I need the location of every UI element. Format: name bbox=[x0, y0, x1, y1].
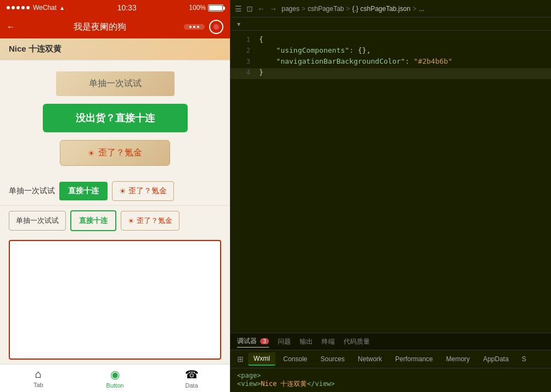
tab-item-button[interactable]: ◉ Button bbox=[77, 368, 154, 389]
tab-item-tab[interactable]: ⌂ Tab bbox=[0, 368, 77, 389]
breadcrumb-json-file: {.} cshPageTab.json bbox=[352, 5, 411, 13]
carrier-label: WeChat bbox=[33, 4, 57, 12]
devtools-tab-sources[interactable]: Sources bbox=[315, 353, 350, 365]
inline-gale-label-2: 歪了？氪金 bbox=[137, 216, 172, 226]
line-num-4: 4 bbox=[235, 68, 250, 76]
breadcrumb-sep3: > bbox=[413, 5, 417, 13]
inline-gale-button-1[interactable]: ☀ 歪了？氪金 bbox=[112, 181, 174, 201]
phone-tabbar: ⌂ Tab ◉ Button ☎ Data bbox=[0, 364, 230, 392]
code-content-4: } bbox=[259, 68, 263, 76]
inline-ten-button-1[interactable]: 直接十连 bbox=[59, 182, 108, 200]
hamburger-icon[interactable]: ☰ bbox=[235, 4, 242, 13]
code-content-2: "usingComponents": {}, bbox=[259, 46, 371, 54]
bookmark-icon[interactable]: ⊡ bbox=[246, 4, 253, 13]
navbar-more-button[interactable] bbox=[184, 24, 205, 30]
devtools-tab-appdata[interactable]: AppData bbox=[477, 353, 514, 365]
code-editor[interactable]: 1 { 2 "usingComponents": {}, 3 "navigati… bbox=[230, 31, 551, 333]
tab-item-data[interactable]: ☎ Data bbox=[153, 368, 230, 389]
devtools-sidebar-icon[interactable]: ⊞ bbox=[235, 352, 246, 366]
code-content-1: { bbox=[259, 35, 263, 43]
navbar-title: 我是夜阑的狗 bbox=[15, 21, 184, 33]
phone-statusbar: WeChat ▲ 10:33 100% bbox=[0, 0, 230, 15]
tab-button-label: Button bbox=[106, 382, 124, 389]
code-line-2: 2 "usingComponents": {}, bbox=[230, 46, 551, 57]
dom-view-close: </view> bbox=[307, 380, 335, 388]
ten-draw-button[interactable]: 没出货？直接十连 bbox=[43, 104, 188, 132]
breadcrumb-sep2: > bbox=[346, 5, 350, 13]
bottom-tab-issues[interactable]: 问题 bbox=[278, 336, 291, 348]
code-line-4: 4 } bbox=[230, 68, 551, 79]
bottom-tab-output[interactable]: 输出 bbox=[300, 336, 313, 348]
tab-tab-label: Tab bbox=[33, 382, 43, 388]
statusbar-time: 10:33 bbox=[117, 3, 137, 12]
inline-single-button-2[interactable]: 单抽一次试试 bbox=[9, 211, 66, 231]
devtools-tab-s[interactable]: S bbox=[516, 353, 532, 365]
tab-data-icon: ☎ bbox=[185, 368, 199, 381]
breadcrumb: pages > cshPageTab > {.} cshPageTab.json… bbox=[282, 5, 424, 13]
dom-page-tag: <page> bbox=[237, 372, 261, 379]
inline-gale-label-1: 歪了？氪金 bbox=[128, 186, 167, 196]
draw-section: 单抽一次试试 没出货？直接十连 ☀ 歪了？氪金 bbox=[0, 60, 230, 177]
dom-content: <page> <view>Nice 十连双黄</view> bbox=[230, 368, 551, 392]
code-line-1: 1 { bbox=[230, 35, 551, 46]
inline-gale-icon-2: ☀ bbox=[128, 217, 134, 225]
devtools-tab-performance[interactable]: Performance bbox=[390, 353, 438, 365]
navbar-back-icon[interactable]: ← bbox=[7, 22, 15, 32]
gale-label: 歪了？氪金 bbox=[98, 147, 142, 159]
inline-row-2: 单抽一次试试 直接十连 ☀ 歪了？氪金 bbox=[0, 206, 230, 236]
breadcrumb-ellipsis: ... bbox=[419, 5, 424, 13]
devtools-tab-network[interactable]: Network bbox=[352, 353, 387, 365]
nice-banner: Nice 十连双黄 bbox=[0, 38, 230, 60]
signal-dots bbox=[7, 6, 30, 9]
inline-gale-button-2[interactable]: ☀ 歪了？氪金 bbox=[121, 211, 179, 231]
battery-icon bbox=[208, 4, 223, 12]
devtools-tab-memory[interactable]: Memory bbox=[441, 353, 475, 365]
breadcrumb-tab: cshPageTab bbox=[308, 5, 344, 13]
inline-gale-icon-1: ☀ bbox=[119, 187, 126, 195]
inline-label-1: 单抽一次试试 bbox=[9, 186, 55, 196]
debugger-label: 调试器 bbox=[237, 337, 257, 345]
devtools-tab-console[interactable]: Console bbox=[278, 353, 313, 365]
gale-sun-icon: ☀ bbox=[88, 149, 95, 158]
code-content-3: "navigationBarBackgroundColor": "#2b4b6b… bbox=[259, 57, 452, 65]
phone-simulator: WeChat ▲ 10:33 100% ← 我是夜阑的狗 Nice 十 bbox=[0, 0, 230, 392]
tab-button-icon: ◉ bbox=[110, 368, 120, 381]
editor-panel: ☰ ⊡ ← → pages > cshPageTab > {.} cshPage… bbox=[230, 0, 551, 392]
dom-view-text: Nice 十连双黄 bbox=[261, 380, 307, 388]
line-num-2: 2 bbox=[235, 46, 250, 54]
single-draw-button[interactable]: 单抽一次试试 bbox=[56, 71, 175, 96]
phone-navbar: ← 我是夜阑的狗 bbox=[0, 15, 230, 38]
bottom-tab-terminal[interactable]: 终端 bbox=[322, 336, 335, 348]
wifi-icon: ▲ bbox=[59, 5, 65, 11]
dom-path: <page> bbox=[237, 372, 544, 379]
devtools-tabs: ⊞ Wxml Console Sources Network Performan… bbox=[230, 350, 551, 368]
phone-content: Nice 十连双黄 单抽一次试试 没出货？直接十连 ☀ 歪了？氪金 单抽一次试试… bbox=[0, 38, 230, 364]
devtools-tab-wxml[interactable]: Wxml bbox=[248, 352, 276, 366]
dom-view-open: <view> bbox=[237, 380, 261, 388]
collapse-section: ▾ bbox=[230, 18, 551, 31]
code-line-3: 3 "navigationBarBackgroundColor": "#2b4b… bbox=[230, 57, 551, 68]
editor-toolbar: ☰ ⊡ ← → pages > cshPageTab > {.} cshPage… bbox=[230, 0, 551, 18]
debugger-badge: 3 bbox=[260, 338, 269, 344]
navbar-record-button[interactable] bbox=[209, 20, 223, 34]
back-icon[interactable]: ← bbox=[257, 4, 265, 13]
tab-data-label: Data bbox=[185, 382, 198, 389]
bottom-panel: 调试器 3 问题 输出 终端 代码质量 ⊞ Wxml Console Sourc… bbox=[230, 333, 551, 392]
result-box bbox=[9, 240, 221, 360]
bottom-tabs-bar: 调试器 3 问题 输出 终端 代码质量 bbox=[230, 333, 551, 350]
dom-preview: <view>Nice 十连双黄</view> bbox=[237, 379, 544, 389]
gale-button[interactable]: ☀ 歪了？氪金 bbox=[60, 140, 170, 166]
forward-icon[interactable]: → bbox=[269, 4, 277, 13]
battery-percent: 100% bbox=[189, 4, 206, 12]
statusbar-left: WeChat ▲ bbox=[7, 4, 65, 12]
collapse-button[interactable]: ▾ bbox=[235, 19, 243, 29]
bottom-tab-debugger[interactable]: 调试器 3 bbox=[237, 335, 269, 348]
inline-ten-button-2[interactable]: 直接十连 bbox=[70, 210, 116, 231]
navbar-right bbox=[184, 20, 223, 34]
breadcrumb-pages: pages bbox=[282, 5, 300, 13]
bottom-tab-quality[interactable]: 代码质量 bbox=[344, 336, 370, 348]
statusbar-right: 100% bbox=[189, 4, 223, 12]
inline-row-1: 单抽一次试试 直接十连 ☀ 歪了？氪金 bbox=[0, 177, 230, 206]
breadcrumb-sep1: > bbox=[302, 5, 306, 13]
tab-home-icon: ⌂ bbox=[35, 368, 42, 380]
